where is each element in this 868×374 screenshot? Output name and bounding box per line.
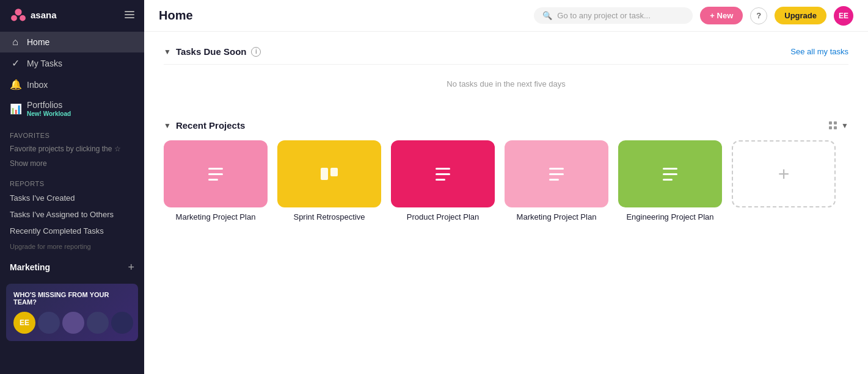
team-section: Marketing + xyxy=(0,256,144,279)
portfolios-icon: 📊 xyxy=(10,103,21,115)
project-card-marketing-1[interactable]: Marketing Project Plan xyxy=(164,140,268,223)
search-box[interactable]: 🔍 Go to any project or task... xyxy=(534,7,693,24)
topbar: Home 🔍 Go to any project or task... + Ne… xyxy=(144,0,868,32)
sidebar-item-home[interactable]: ⌂ Home xyxy=(0,32,144,52)
svg-rect-11 xyxy=(549,168,564,170)
project-card-marketing-2[interactable]: Marketing Project Plan xyxy=(505,140,608,223)
tasks-section-title: ▼ Tasks Due Soon i xyxy=(164,46,261,57)
help-button[interactable]: ? xyxy=(750,7,767,24)
tasks-section-header: ▼ Tasks Due Soon i See all my tasks xyxy=(164,46,848,57)
avatar-2 xyxy=(62,312,84,334)
chevron-projects-icon: ▼ xyxy=(164,121,171,130)
tasks-title-text: Tasks Due Soon xyxy=(176,46,247,57)
svg-rect-4 xyxy=(208,173,223,175)
plus-icon: + xyxy=(778,163,790,185)
list-icon-3 xyxy=(544,162,569,186)
upgrade-reporting-text: Upgrade for more reporting xyxy=(0,239,144,254)
projects-grid: Marketing Project Plan Sprint Retrospect… xyxy=(164,140,848,223)
project-icon-marketing-1 xyxy=(164,140,268,207)
page-title: Home xyxy=(159,9,193,23)
sidebar-toggle-button[interactable] xyxy=(125,11,134,18)
sidebar: asana ⌂ Home ✓ My Tasks 🔔 Inbox 📊 Portfo… xyxy=(0,0,144,374)
show-more-button[interactable]: Show more xyxy=(0,157,144,173)
svg-rect-6 xyxy=(321,168,328,180)
project-card-sprint[interactable]: Sprint Retrospective xyxy=(277,140,381,223)
svg-rect-15 xyxy=(663,173,677,175)
project-icon-product xyxy=(391,140,495,207)
list-icon-2 xyxy=(431,162,455,186)
team-avatars: EE xyxy=(13,312,131,334)
check-icon: ✓ xyxy=(10,57,21,69)
report-recently-completed[interactable]: Recently Completed Tasks xyxy=(0,223,144,239)
tasks-info-icon[interactable]: i xyxy=(251,47,261,57)
see-all-tasks-link[interactable]: See all my tasks xyxy=(790,47,848,56)
asana-logo: asana xyxy=(10,6,57,23)
project-card-product[interactable]: Product Project Plan xyxy=(391,140,495,223)
tasks-empty-message: No tasks due in the next five days xyxy=(164,64,848,103)
sidebar-nav: ⌂ Home ✓ My Tasks 🔔 Inbox 📊 Portfolios N… xyxy=(0,29,144,124)
favorites-section-header: Favorites xyxy=(0,124,144,142)
recent-projects-title-text: Recent Projects xyxy=(176,120,245,131)
sidebar-header: asana xyxy=(0,0,144,29)
portfolios-badge: New! Workload xyxy=(27,110,71,117)
portfolios-label: Portfolios xyxy=(27,100,71,110)
grid-view-icon[interactable] xyxy=(829,121,837,130)
sidebar-item-portfolios[interactable]: 📊 Portfolios New! Workload xyxy=(0,95,144,122)
report-tasks-created[interactable]: Tasks I've Created xyxy=(0,190,144,206)
tasks-due-soon-section: ▼ Tasks Due Soon i See all my tasks No t… xyxy=(164,46,848,103)
topbar-right: 🔍 Go to any project or task... + New ? U… xyxy=(534,6,853,26)
svg-rect-13 xyxy=(549,179,559,181)
sidebar-item-my-tasks[interactable]: ✓ My Tasks xyxy=(0,52,144,74)
project-icon-marketing-2 xyxy=(505,140,608,207)
inbox-label: Inbox xyxy=(27,80,48,90)
svg-rect-5 xyxy=(208,179,218,181)
view-toggle-chevron[interactable]: ▼ xyxy=(841,121,848,130)
recent-projects-section: ▼ Recent Projects ▼ xyxy=(164,120,848,223)
add-team-member-button[interactable]: + xyxy=(128,261,134,274)
svg-rect-8 xyxy=(436,168,450,170)
svg-rect-16 xyxy=(663,179,673,181)
project-name-engineering: Engineering Project Plan xyxy=(626,212,713,223)
svg-rect-14 xyxy=(663,168,677,170)
svg-rect-7 xyxy=(330,168,338,176)
reports-section-header: Reports xyxy=(0,173,144,190)
home-icon: ⌂ xyxy=(10,37,21,48)
team-invite-title: WHO'S MISSING FROM YOUR TEAM? xyxy=(13,291,131,306)
sidebar-item-inbox[interactable]: 🔔 Inbox xyxy=(0,74,144,95)
content-area: ▼ Tasks Due Soon i See all my tasks No t… xyxy=(144,32,868,374)
team-invite-card: WHO'S MISSING FROM YOUR TEAM? EE xyxy=(6,284,138,341)
main-content: Home 🔍 Go to any project or task... + Ne… xyxy=(144,0,868,374)
recent-projects-title: ▼ Recent Projects xyxy=(164,120,245,131)
project-icon-sprint xyxy=(277,140,381,207)
favorites-hint: Favorite projects by clicking the ☆ xyxy=(0,142,144,157)
project-name-sprint: Sprint Retrospective xyxy=(293,212,365,223)
inbox-icon: 🔔 xyxy=(10,79,21,90)
svg-point-2 xyxy=(20,15,26,21)
list-icon xyxy=(203,162,228,186)
svg-rect-12 xyxy=(549,173,564,175)
search-icon: 🔍 xyxy=(542,11,552,20)
board-icon xyxy=(317,162,341,186)
upgrade-button[interactable]: Upgrade xyxy=(775,7,826,24)
user-avatar[interactable]: EE xyxy=(834,6,853,26)
project-name-product: Product Project Plan xyxy=(407,212,480,223)
add-project-button[interactable]: + xyxy=(732,140,836,207)
view-controls: ▼ xyxy=(829,121,848,130)
asana-logo-text: asana xyxy=(31,10,57,20)
svg-rect-9 xyxy=(436,173,450,175)
project-card-engineering[interactable]: Engineering Project Plan xyxy=(618,140,722,223)
project-icon-engineering xyxy=(618,140,722,207)
team-label: Marketing xyxy=(10,262,50,272)
list-icon-4 xyxy=(658,162,682,186)
project-name-marketing-1: Marketing Project Plan xyxy=(176,212,256,223)
avatar-1 xyxy=(38,312,60,334)
avatar-4 xyxy=(111,312,133,334)
report-tasks-assigned[interactable]: Tasks I've Assigned to Others xyxy=(0,206,144,223)
avatar-ee: EE xyxy=(13,312,35,334)
recent-projects-header: ▼ Recent Projects ▼ xyxy=(164,120,848,131)
svg-rect-10 xyxy=(436,179,445,181)
svg-rect-3 xyxy=(208,168,223,170)
asana-logo-icon xyxy=(10,6,27,23)
new-button[interactable]: + New xyxy=(700,7,743,24)
search-placeholder: Go to any project or task... xyxy=(557,11,650,20)
